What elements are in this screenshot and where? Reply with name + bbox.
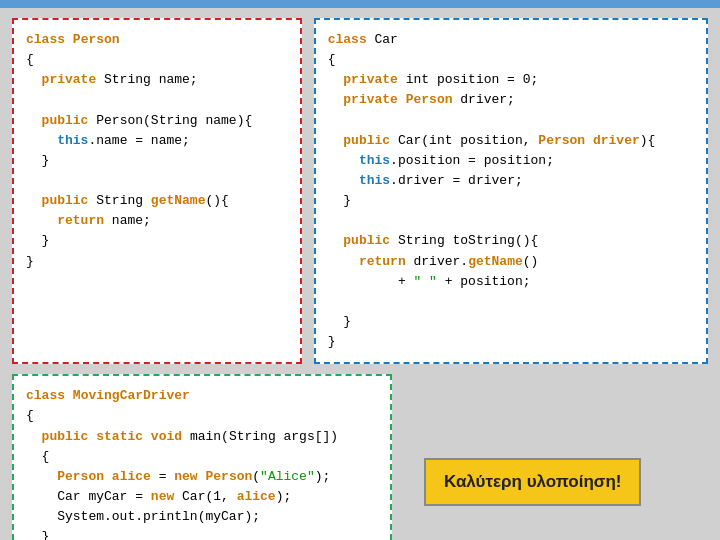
moving-class-box: class MovingCarDriver { public static vo… [12, 374, 392, 540]
person-class-box: class Person { private String name; publ… [12, 18, 302, 364]
top-row: class Person { private String name; publ… [12, 18, 708, 364]
car-class-box: class Car { private int position = 0; pr… [314, 18, 708, 364]
moving-code: class MovingCarDriver { public static vo… [26, 386, 378, 540]
callout-text: Καλύτερη υλοποίηση! [444, 472, 621, 491]
content-area: class Person { private String name; publ… [0, 8, 720, 540]
top-bar [0, 0, 720, 8]
callout-box: Καλύτερη υλοποίηση! [424, 458, 641, 506]
person-code: class Person { private String name; publ… [26, 30, 288, 272]
bottom-row: class MovingCarDriver { public static vo… [12, 374, 708, 540]
car-code: class Car { private int position = 0; pr… [328, 30, 694, 352]
